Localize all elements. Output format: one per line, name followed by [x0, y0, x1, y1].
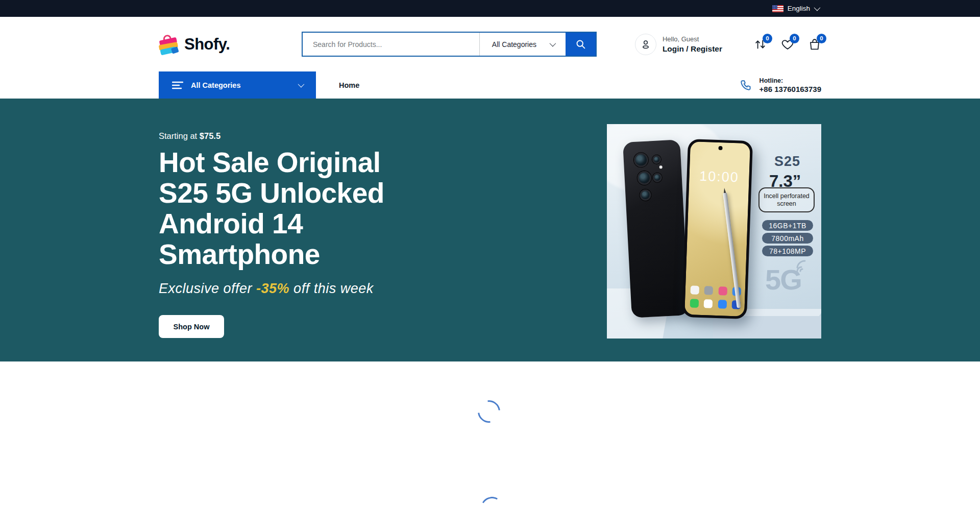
- phone-screen: 10:00: [684, 141, 750, 317]
- phone-icon: [740, 79, 753, 92]
- hamburger-icon: [172, 81, 183, 89]
- logo[interactable]: Shofy.: [159, 35, 302, 54]
- account-area[interactable]: Hello, Guest Login / Register: [635, 34, 722, 55]
- header-icons: 0 0 0: [754, 38, 821, 51]
- front-camera-dot: [718, 146, 722, 150]
- us-flag-icon: [772, 5, 783, 12]
- login-register-link[interactable]: Login / Register: [663, 44, 722, 54]
- search-button[interactable]: [566, 33, 596, 56]
- hotline-label: Hotline:: [760, 77, 821, 84]
- loading-spinner: [473, 396, 505, 427]
- product-screen-type: Incell perforated screen: [758, 187, 815, 212]
- compare-count-badge: 0: [763, 34, 772, 43]
- products-loading-section: [0, 361, 980, 507]
- header: Shofy. All Categories Hello, Guest Login…: [159, 17, 821, 71]
- all-categories-button[interactable]: All Categories: [159, 71, 316, 99]
- chevron-down-icon: [550, 40, 556, 47]
- cart-count-badge: 0: [817, 34, 826, 43]
- main-nav: All Categories Home Hotline: +86 1376016…: [159, 71, 821, 99]
- hotline: Hotline: +86 13760163739: [740, 77, 821, 93]
- wishlist-button[interactable]: 0: [781, 38, 794, 51]
- discount-value: -35%: [256, 281, 289, 296]
- hero-banner: Starting at $75.5 Hot Sale Original S25 …: [0, 99, 980, 361]
- product-5g-label: 5G: [765, 263, 801, 296]
- avatar: [635, 34, 656, 55]
- phone-back-view: [623, 139, 689, 318]
- logo-text: Shofy.: [184, 35, 230, 54]
- user-icon: [640, 39, 651, 50]
- hero-price: $75.5: [200, 131, 220, 140]
- search-icon: [575, 39, 586, 50]
- hero-product-image: 10:00 S25 7.3” Incell perforated: [607, 124, 821, 339]
- product-spec-camera: 78+108MP: [762, 246, 813, 256]
- wifi-waves-icon: [796, 260, 810, 272]
- loading-spinner: [478, 494, 506, 507]
- hotline-number[interactable]: +86 13760163739: [760, 85, 821, 93]
- product-model-label: S25: [774, 154, 800, 170]
- chevron-down-icon: [298, 81, 305, 88]
- search-input[interactable]: [303, 33, 479, 56]
- search-bar: All Categories: [302, 32, 597, 57]
- search-category-select[interactable]: All Categories: [479, 33, 566, 56]
- chevron-down-icon: [814, 5, 821, 11]
- header-right: Hello, Guest Login / Register 0 0: [635, 34, 821, 55]
- shop-now-button[interactable]: Shop Now: [159, 315, 224, 338]
- cart-button[interactable]: 0: [808, 38, 821, 51]
- app-icons: [690, 285, 742, 309]
- account-greeting: Hello, Guest: [663, 35, 722, 43]
- nav-item-home[interactable]: Home: [339, 81, 359, 89]
- product-spec-memory: 16GB+1TB: [762, 220, 813, 231]
- wishlist-count-badge: 0: [790, 34, 799, 43]
- phone-front-view: 10:00: [682, 139, 753, 319]
- compare-button[interactable]: 0: [754, 38, 767, 51]
- topbar: English: [0, 0, 980, 17]
- language-label: English: [788, 5, 810, 12]
- shopping-bag-logo-icon: [158, 34, 180, 55]
- product-spec-battery: 7800mAh: [762, 233, 813, 244]
- all-categories-label: All Categories: [191, 81, 241, 89]
- search-category-value: All Categories: [492, 40, 536, 49]
- language-selector[interactable]: English: [772, 5, 819, 12]
- phone-clock: 10:00: [689, 168, 749, 186]
